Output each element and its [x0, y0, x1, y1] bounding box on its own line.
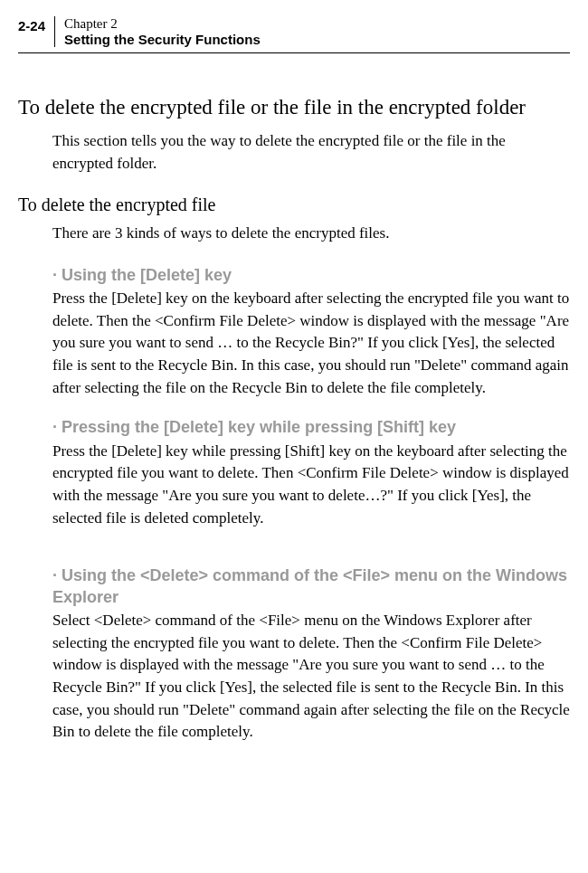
section-title: To delete the encrypted file or the file… — [18, 94, 570, 121]
subsection-title: To delete the encrypted file — [18, 195, 570, 215]
chapter-line: Chapter 2 — [64, 16, 261, 32]
method-title: · Pressing the [Delete] key while pressi… — [52, 417, 570, 438]
chapter-subtitle: Setting the Security Functions — [64, 32, 261, 47]
method-title: · Using the [Delete] key — [52, 265, 570, 286]
method-body: Press the [Delete] key while pressing [S… — [52, 441, 570, 530]
section-intro: This section tells you the way to delete… — [52, 130, 570, 175]
header-titles: Chapter 2 Setting the Security Functions — [55, 16, 261, 47]
page-header: 2-24 Chapter 2 Setting the Security Func… — [18, 16, 570, 53]
page: 2-24 Chapter 2 Setting the Security Func… — [0, 0, 588, 771]
method-body: Select <Delete> command of the <File> me… — [52, 610, 570, 744]
method-title: · Using the <Delete> command of the <Fil… — [52, 565, 570, 608]
content: To delete the encrypted file or the file… — [18, 53, 570, 744]
subsection-intro: There are 3 kinds of ways to delete the … — [52, 223, 570, 245]
page-number: 2-24 — [18, 16, 55, 47]
method-body: Press the [Delete] key on the keyboard a… — [52, 288, 570, 399]
